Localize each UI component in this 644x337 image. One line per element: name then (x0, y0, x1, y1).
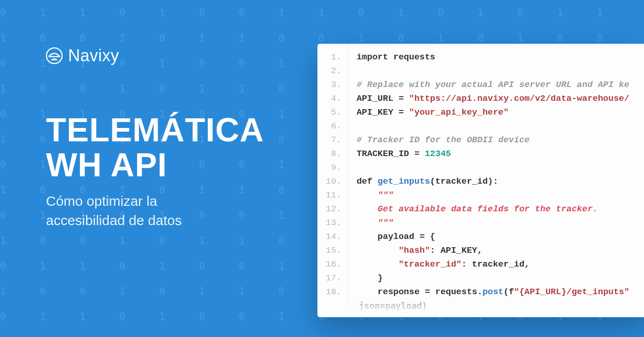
code-editor-card: 1. 2. 3. 4. 5. 6. 7. 8. 9. 10. 11. 12. 1… (317, 44, 644, 317)
headline-subtitle: Cómo optimizar la accesibilidad de datos (46, 192, 264, 230)
code-token (356, 245, 398, 256)
code-token: "your_api_key_here" (409, 107, 509, 117)
svg-point-0 (46, 48, 62, 64)
subtitle-line1: Cómo optimizar la (46, 193, 157, 209)
code-line: import requests (356, 50, 629, 64)
code-line (356, 161, 629, 174)
code-token: post (483, 287, 504, 297)
code-line: TRACKER_ID = 12345 (356, 147, 629, 161)
code-line: } (356, 271, 629, 285)
code-line: response = requests.post(f"{API_URL}/get… (356, 285, 629, 299)
code-line: API_URL = "https://api.navixy.com/v2/dat… (356, 92, 629, 105)
brand-name: Navixy (68, 46, 119, 65)
code-token: (f (503, 287, 514, 297)
code-line (356, 119, 629, 133)
code-token: "hash" (398, 245, 430, 256)
code-line: API_KEY = "your_api_key_here" (356, 105, 629, 119)
code-token: get_inputs (378, 176, 430, 186)
code-token: import (356, 52, 393, 62)
code-gutter: 1. 2. 3. 4. 5. 6. 7. 8. 9. 10. 11. 12. 1… (317, 44, 348, 305)
code-content: import requests # Replace with your actu… (348, 44, 638, 305)
code-line: "hash": API_KEY, (356, 244, 629, 257)
code-token: : API_KEY, (430, 245, 483, 256)
code-line (356, 64, 629, 78)
code-token: """ (356, 190, 393, 200)
code-line: Get available data fields for the tracke… (356, 202, 629, 216)
code-token: API_URL = (356, 93, 409, 104)
code-line: """ (356, 216, 629, 230)
code-body: 1. 2. 3. 4. 5. 6. 7. 8. 9. 10. 11. 12. 1… (317, 44, 644, 305)
subtitle-line2: accesibilidad de datos (46, 213, 182, 228)
headline-line1: TELEMÁTICA (46, 111, 264, 148)
code-token: "tracker_id" (398, 259, 461, 269)
code-token: """ (356, 218, 393, 228)
code-line: def get_inputs(tracker_id): (356, 174, 629, 188)
code-token: "{API_URL}/get_inputs" (514, 287, 629, 297)
code-line: # Replace with your actual API server UR… (356, 78, 629, 92)
code-line: "tracker_id": tracker_id, (356, 257, 629, 271)
headline-title: TELEMÁTICA WH API (46, 113, 264, 182)
code-token: payload = { (356, 232, 435, 242)
brand-logo: Navixy (46, 46, 119, 65)
code-token: # Tracker ID for the OBDII device (356, 135, 529, 145)
code-token: 12345 (425, 149, 451, 159)
code-token: TRACKER_ID = (356, 149, 425, 159)
code-token: } (356, 273, 383, 283)
code-line: """ (356, 188, 629, 202)
code-token: API_KEY = (356, 107, 409, 117)
headline-line2: WH API (46, 146, 167, 183)
code-token: response = requests. (356, 287, 483, 297)
code-token: (tracker_id): (430, 176, 498, 186)
code-token: : tracker_id, (461, 259, 529, 269)
code-token: Get available data fields for the tracke… (356, 204, 598, 214)
code-token: # Replace with your actual API server UR… (356, 80, 629, 90)
code-line: # Tracker ID for the OBDII device (356, 133, 629, 147)
headline-block: TELEMÁTICA WH API Cómo optimizar la acce… (46, 113, 264, 230)
code-token: "https://api.navixy.com/v2/data-warehous… (409, 93, 629, 104)
code-token (356, 259, 398, 269)
code-token: def (356, 176, 378, 186)
navixy-logo-icon (46, 47, 63, 64)
code-line: payload = { (356, 230, 629, 244)
code-token: requests (393, 52, 435, 62)
